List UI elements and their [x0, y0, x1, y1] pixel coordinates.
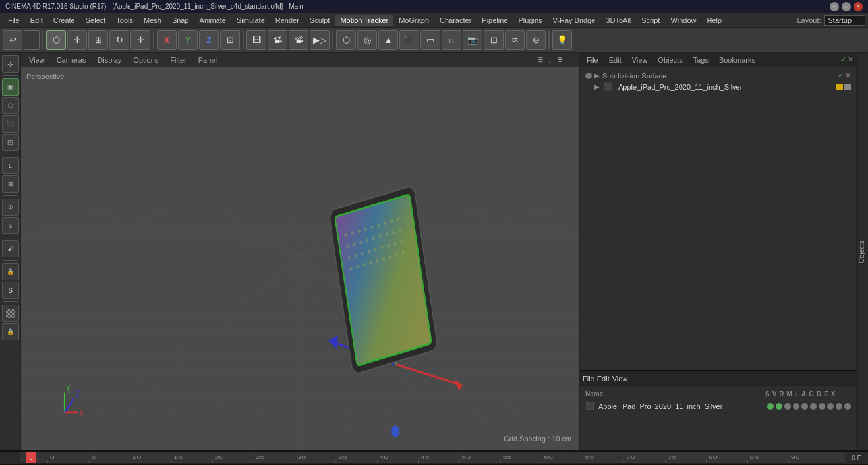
obj-ipad-expand-icon: ▶ [594, 83, 600, 90]
maximize-btn[interactable]: □ [842, 2, 851, 11]
select-tool-btn[interactable]: ⬡ [46, 30, 66, 50]
scale-tool-btn[interactable]: ⊞ [88, 30, 108, 50]
view-light-btn[interactable]: ☼ [442, 30, 461, 50]
render-all-btn[interactable]: ▶▷ [310, 30, 330, 50]
vctrl-frame[interactable]: ⛶ [567, 56, 577, 64]
obj-file-btn[interactable]: File [583, 55, 602, 65]
z-axis-btn[interactable]: Z [199, 30, 219, 50]
svg-text:65: 65 [585, 455, 594, 460]
attr-edit-btn[interactable]: Edit [597, 375, 610, 383]
menu-mesh[interactable]: Mesh [138, 15, 167, 26]
vctrl-cross[interactable]: ⊕ [556, 55, 564, 64]
left-paint-btn[interactable]: 🖌 [2, 240, 19, 257]
menu-3dtoall[interactable]: 3DToAll [600, 15, 636, 26]
left-tool-3[interactable]: ⊙ [2, 199, 19, 216]
menu-select[interactable]: Select [80, 15, 111, 26]
menu-mograph[interactable]: MoGraph [393, 15, 434, 26]
view-plane-btn[interactable]: ▭ [420, 30, 440, 50]
menu-character[interactable]: Character [434, 15, 477, 26]
view-cone-btn[interactable]: ▲ [378, 30, 398, 50]
svg-text:Y: Y [66, 383, 71, 393]
menu-plugins[interactable]: Plugins [513, 15, 547, 26]
left-tool-2[interactable]: ⊞ [2, 175, 19, 193]
menu-window[interactable]: Window [665, 15, 701, 26]
menu-animate[interactable]: Animate [194, 15, 231, 26]
view-target-btn[interactable]: ⊕ [526, 30, 546, 50]
vctrl-grid[interactable]: ⊞ [536, 55, 544, 64]
obj-bookmarks-btn[interactable]: Bookmarks [715, 55, 759, 65]
obj-tags-btn[interactable]: Tags [689, 55, 712, 65]
obj-ipad-type-icon: ⬛ [604, 82, 613, 91]
move-tool-btn[interactable]: ✛ [67, 30, 87, 50]
vtab-cameras[interactable]: Cameras [51, 55, 92, 65]
attr-col-flags: S V R M L A G D E X [765, 390, 851, 398]
left-sep-6 [3, 301, 18, 302]
left-move-btn[interactable]: ⊹ [2, 55, 19, 73]
view-sphere-btn[interactable]: ◎ [357, 30, 377, 50]
attr-view-btn[interactable]: View [612, 375, 628, 383]
view-camera-btn[interactable]: 📷 [463, 30, 482, 50]
x-axis-btn[interactable]: X [157, 30, 177, 50]
rs-tab-objects[interactable]: Objects [857, 235, 867, 268]
left-mode-points[interactable]: ▣ [2, 78, 19, 96]
view-cyl-btn[interactable]: ⬛ [399, 30, 419, 50]
menu-help[interactable]: Help [702, 15, 728, 26]
viewport[interactable]: X Y Z Perspective Grid Spacing : 10 cm [21, 67, 579, 450]
obj-row-subdivision[interactable]: ▶ Subdivision Surface ✓ ✕ [583, 70, 854, 81]
menu-snap[interactable]: Snap [167, 15, 194, 26]
left-mode-edges[interactable]: ⬡ [2, 97, 19, 114]
timeline-pos-indicator[interactable]: 0 [26, 452, 36, 463]
vtab-filter[interactable]: Filter [165, 55, 191, 65]
menu-create[interactable]: Create [48, 15, 80, 26]
obj-row-ipad[interactable]: ▶ ⬛ Apple_iPad_Pro_2020_11_inch_Silver [583, 81, 854, 92]
menu-simulate[interactable]: Simulate [231, 15, 270, 26]
left-s-btn[interactable]: S [2, 282, 19, 299]
free-axis-btn[interactable]: ⊡ [220, 30, 240, 50]
left-lock2-btn[interactable]: 🔒 [2, 323, 19, 340]
view-extra-btn[interactable]: ⊡ [484, 30, 504, 50]
svg-text:0: 0 [50, 455, 55, 460]
menu-motion-tracker[interactable]: Motion Tracker [335, 15, 393, 26]
menu-vray[interactable]: V-Ray Bridge [548, 15, 601, 26]
left-checker-btn[interactable] [2, 305, 19, 322]
attr-file-btn[interactable]: File [583, 375, 594, 383]
obj-objects-btn[interactable]: Objects [654, 55, 686, 65]
vctrl-down[interactable]: ↓ [547, 56, 554, 64]
obj-edit-btn[interactable]: Edit [605, 55, 625, 65]
menu-sculpt[interactable]: Sculpt [304, 15, 335, 26]
menu-file[interactable]: File [3, 15, 25, 26]
vtab-display[interactable]: Display [92, 55, 127, 65]
vtab-view[interactable]: View [24, 55, 50, 65]
film-btn[interactable]: 🎞 [246, 30, 266, 50]
transform-tool-btn[interactable]: ✛ [130, 30, 150, 50]
flag-x: X [831, 390, 836, 398]
minimize-btn[interactable]: ─ [830, 2, 839, 11]
rotate-tool-btn[interactable]: ↻ [109, 30, 129, 50]
layout-selector[interactable]: Startup [824, 15, 865, 26]
view-spline-btn[interactable]: ≋ [505, 30, 525, 50]
left-tool-1[interactable]: L [2, 157, 19, 174]
menu-edit[interactable]: Edit [25, 15, 48, 26]
left-mode-poly[interactable]: ⬛ [2, 115, 19, 133]
obj-view-btn[interactable]: View [628, 55, 652, 65]
render-frame-btn[interactable]: 📽 [289, 30, 308, 50]
close-btn[interactable]: ✕ [854, 2, 863, 11]
vtab-panel[interactable]: Panel [193, 55, 222, 65]
left-mode-uv[interactable]: ◰ [2, 134, 19, 151]
undo-btn[interactable]: ↩ [3, 30, 22, 50]
left-tool-4[interactable]: S [2, 217, 19, 234]
left-lock-btn[interactable]: 🔒 [2, 263, 19, 280]
menu-tools[interactable]: Tools [111, 15, 138, 26]
vtab-options[interactable]: Options [128, 55, 163, 65]
view-cube-btn[interactable]: ⬡ [336, 30, 356, 50]
light-btn[interactable]: 💡 [552, 30, 572, 50]
y-axis-btn[interactable]: Y [178, 30, 198, 50]
menu-render[interactable]: Render [270, 15, 304, 26]
attr-row-ipad[interactable]: ⬛ Apple_iPad_Pro_2020_11_inch_Silver [583, 400, 854, 412]
attr-column-headers: Name S V R M L A G D E X [583, 388, 854, 400]
menu-script[interactable]: Script [636, 15, 665, 26]
timeline-svg: 0 5 10 15 20 25 30 35 40 45 50 55 60 65 … [21, 452, 844, 463]
render-region-btn[interactable]: 📽 [268, 30, 287, 50]
menu-pipeline[interactable]: Pipeline [477, 15, 513, 26]
redo-placeholder[interactable] [24, 30, 40, 50]
